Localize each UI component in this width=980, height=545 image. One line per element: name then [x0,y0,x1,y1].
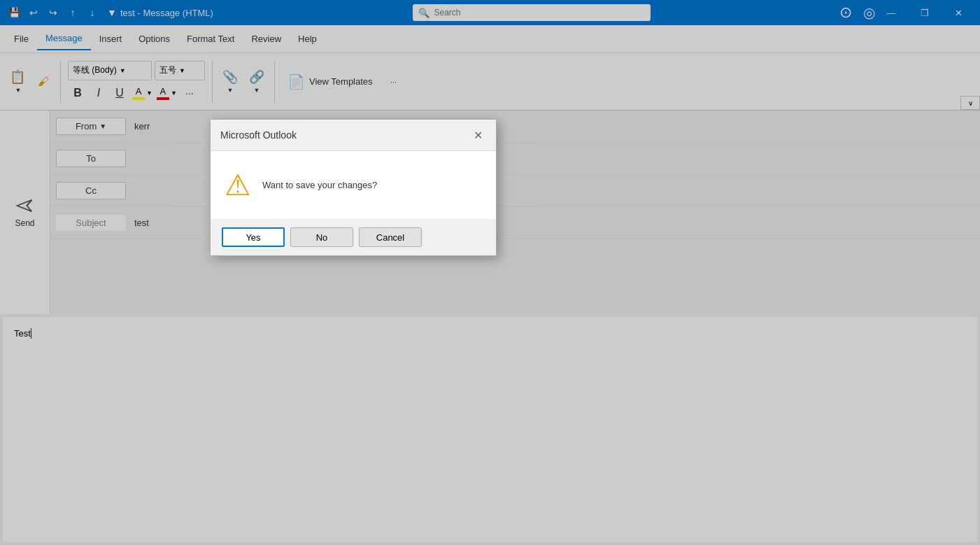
dialog-title: Microsoft Outlook [220,129,297,141]
dialog-close-button[interactable]: ✕ [469,127,486,143]
warning-icon: ⚠ [225,168,251,202]
dialog-overlay: Microsoft Outlook ✕ ⚠ Want to save your … [0,0,980,545]
cancel-button[interactable]: Cancel [359,227,422,247]
save-dialog: Microsoft Outlook ✕ ⚠ Want to save your … [210,119,497,256]
yes-button[interactable]: Yes [222,227,285,247]
dialog-titlebar: Microsoft Outlook ✕ [211,120,496,151]
dialog-message: Want to save your changes? [262,180,377,190]
dialog-body: ⚠ Want to save your changes? [211,151,496,219]
dialog-footer: Yes No Cancel [211,219,496,255]
no-button[interactable]: No [290,227,353,247]
